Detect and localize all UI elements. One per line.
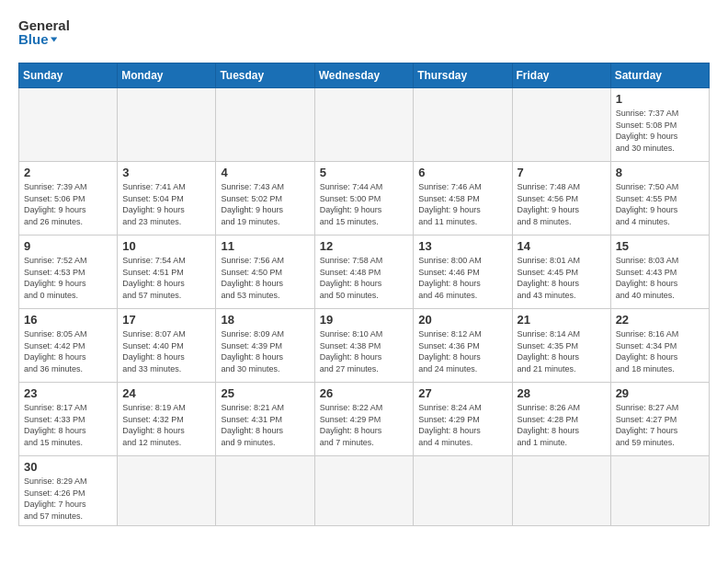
day-number: 30 <box>24 460 112 474</box>
day-info: Sunrise: 8:16 AM Sunset: 4:34 PM Dayligh… <box>616 328 704 374</box>
calendar-cell: 3Sunrise: 7:41 AM Sunset: 5:04 PM Daylig… <box>118 162 216 236</box>
calendar-cell: 23Sunrise: 8:17 AM Sunset: 4:33 PM Dayli… <box>19 383 118 456</box>
col-header-tuesday: Tuesday <box>216 63 314 88</box>
day-info: Sunrise: 8:12 AM Sunset: 4:36 PM Dayligh… <box>418 328 506 374</box>
calendar-cell: 27Sunrise: 8:24 AM Sunset: 4:29 PM Dayli… <box>414 383 512 456</box>
calendar-cell: 1Sunrise: 7:37 AM Sunset: 5:08 PM Daylig… <box>610 88 709 162</box>
col-header-sunday: Sunday <box>19 63 118 88</box>
calendar-cell <box>314 456 414 526</box>
calendar-cell: 20Sunrise: 8:12 AM Sunset: 4:36 PM Dayli… <box>414 309 512 383</box>
calendar-week-row: 9Sunrise: 7:52 AM Sunset: 4:53 PM Daylig… <box>19 236 710 309</box>
calendar-cell <box>216 88 314 162</box>
calendar-cell: 21Sunrise: 8:14 AM Sunset: 4:35 PM Dayli… <box>512 309 610 383</box>
day-number: 20 <box>418 313 506 327</box>
day-info: Sunrise: 7:56 AM Sunset: 4:50 PM Dayligh… <box>221 255 309 301</box>
calendar-week-row: 16Sunrise: 8:05 AM Sunset: 4:42 PM Dayli… <box>19 309 710 383</box>
day-number: 19 <box>320 313 409 327</box>
calendar-cell: 10Sunrise: 7:54 AM Sunset: 4:51 PM Dayli… <box>118 236 216 309</box>
calendar-week-row: 1Sunrise: 7:37 AM Sunset: 5:08 PM Daylig… <box>19 88 710 162</box>
calendar-cell <box>118 88 216 162</box>
col-header-wednesday: Wednesday <box>314 63 414 88</box>
calendar-header-row: SundayMondayTuesdayWednesdayThursdayFrid… <box>19 63 710 88</box>
day-info: Sunrise: 7:46 AM Sunset: 4:58 PM Dayligh… <box>418 181 506 227</box>
day-number: 15 <box>616 239 704 253</box>
day-info: Sunrise: 8:19 AM Sunset: 4:32 PM Dayligh… <box>122 402 210 448</box>
day-number: 10 <box>122 239 210 253</box>
calendar-cell <box>19 88 118 162</box>
day-info: Sunrise: 8:17 AM Sunset: 4:33 PM Dayligh… <box>24 402 112 448</box>
calendar-cell: 30Sunrise: 8:29 AM Sunset: 4:26 PM Dayli… <box>19 456 118 526</box>
logo: General Blue <box>18 18 57 53</box>
calendar-cell <box>512 456 610 526</box>
day-info: Sunrise: 7:43 AM Sunset: 5:02 PM Dayligh… <box>221 181 309 227</box>
day-number: 13 <box>418 239 506 253</box>
calendar-cell <box>314 88 414 162</box>
day-info: Sunrise: 7:37 AM Sunset: 5:08 PM Dayligh… <box>616 108 704 154</box>
calendar-cell: 19Sunrise: 8:10 AM Sunset: 4:38 PM Dayli… <box>314 309 414 383</box>
day-info: Sunrise: 7:50 AM Sunset: 4:55 PM Dayligh… <box>616 181 704 227</box>
day-info: Sunrise: 8:05 AM Sunset: 4:42 PM Dayligh… <box>24 328 112 374</box>
col-header-monday: Monday <box>118 63 216 88</box>
calendar-cell: 28Sunrise: 8:26 AM Sunset: 4:28 PM Dayli… <box>512 383 610 456</box>
calendar-cell: 13Sunrise: 8:00 AM Sunset: 4:46 PM Dayli… <box>414 236 512 309</box>
logo-icon-wrapper: General Blue <box>18 18 57 53</box>
calendar-cell <box>118 456 216 526</box>
calendar-cell: 22Sunrise: 8:16 AM Sunset: 4:34 PM Dayli… <box>610 309 709 383</box>
svg-marker-0 <box>51 37 57 41</box>
calendar-table: SundayMondayTuesdayWednesdayThursdayFrid… <box>18 63 710 526</box>
calendar-cell: 25Sunrise: 8:21 AM Sunset: 4:31 PM Dayli… <box>216 383 314 456</box>
day-number: 24 <box>122 386 210 400</box>
calendar-cell: 4Sunrise: 7:43 AM Sunset: 5:02 PM Daylig… <box>216 162 314 236</box>
calendar-cell: 26Sunrise: 8:22 AM Sunset: 4:29 PM Dayli… <box>314 383 414 456</box>
day-info: Sunrise: 7:54 AM Sunset: 4:51 PM Dayligh… <box>122 255 210 301</box>
day-number: 29 <box>616 386 704 400</box>
day-info: Sunrise: 8:29 AM Sunset: 4:26 PM Dayligh… <box>24 476 112 522</box>
calendar-cell: 14Sunrise: 8:01 AM Sunset: 4:45 PM Dayli… <box>512 236 610 309</box>
col-header-saturday: Saturday <box>610 63 709 88</box>
day-number: 27 <box>418 386 506 400</box>
day-number: 28 <box>518 386 606 400</box>
day-number: 12 <box>320 239 409 253</box>
day-number: 1 <box>616 92 704 106</box>
day-number: 2 <box>24 166 112 179</box>
day-info: Sunrise: 7:58 AM Sunset: 4:48 PM Dayligh… <box>320 255 409 301</box>
calendar-cell <box>610 456 709 526</box>
calendar-cell: 17Sunrise: 8:07 AM Sunset: 4:40 PM Dayli… <box>118 309 216 383</box>
day-info: Sunrise: 8:22 AM Sunset: 4:29 PM Dayligh… <box>320 402 409 448</box>
calendar-cell: 15Sunrise: 8:03 AM Sunset: 4:43 PM Dayli… <box>610 236 709 309</box>
calendar-cell <box>216 456 314 526</box>
day-number: 17 <box>122 313 210 327</box>
calendar-cell: 9Sunrise: 7:52 AM Sunset: 4:53 PM Daylig… <box>19 236 118 309</box>
calendar-cell: 16Sunrise: 8:05 AM Sunset: 4:42 PM Dayli… <box>19 309 118 383</box>
day-info: Sunrise: 8:26 AM Sunset: 4:28 PM Dayligh… <box>518 402 606 448</box>
logo-triangle-icon <box>51 33 57 46</box>
calendar-cell <box>512 88 610 162</box>
calendar-cell <box>414 456 512 526</box>
day-info: Sunrise: 7:44 AM Sunset: 5:00 PM Dayligh… <box>320 181 409 227</box>
day-number: 23 <box>24 386 112 400</box>
day-info: Sunrise: 8:21 AM Sunset: 4:31 PM Dayligh… <box>221 402 309 448</box>
calendar-cell: 29Sunrise: 8:27 AM Sunset: 4:27 PM Dayli… <box>610 383 709 456</box>
calendar-cell: 11Sunrise: 7:56 AM Sunset: 4:50 PM Dayli… <box>216 236 314 309</box>
calendar-cell: 5Sunrise: 7:44 AM Sunset: 5:00 PM Daylig… <box>314 162 414 236</box>
calendar-week-row: 30Sunrise: 8:29 AM Sunset: 4:26 PM Dayli… <box>19 456 710 526</box>
day-info: Sunrise: 8:10 AM Sunset: 4:38 PM Dayligh… <box>320 328 409 374</box>
calendar-week-row: 2Sunrise: 7:39 AM Sunset: 5:06 PM Daylig… <box>19 162 710 236</box>
day-info: Sunrise: 8:14 AM Sunset: 4:35 PM Dayligh… <box>518 328 606 374</box>
col-header-thursday: Thursday <box>414 63 512 88</box>
day-info: Sunrise: 8:27 AM Sunset: 4:27 PM Dayligh… <box>616 402 704 448</box>
page-header: General Blue <box>18 18 710 53</box>
day-number: 5 <box>320 166 409 179</box>
day-info: Sunrise: 8:09 AM Sunset: 4:39 PM Dayligh… <box>221 328 309 374</box>
calendar-cell: 7Sunrise: 7:48 AM Sunset: 4:56 PM Daylig… <box>512 162 610 236</box>
col-header-friday: Friday <box>512 63 610 88</box>
day-number: 14 <box>518 239 606 253</box>
day-number: 22 <box>616 313 704 327</box>
day-info: Sunrise: 8:03 AM Sunset: 4:43 PM Dayligh… <box>616 255 704 301</box>
day-info: Sunrise: 7:39 AM Sunset: 5:06 PM Dayligh… <box>24 181 112 227</box>
day-number: 25 <box>221 386 309 400</box>
logo-container: General Blue <box>18 18 57 53</box>
calendar-cell: 12Sunrise: 7:58 AM Sunset: 4:48 PM Dayli… <box>314 236 414 309</box>
day-info: Sunrise: 7:52 AM Sunset: 4:53 PM Dayligh… <box>24 255 112 301</box>
day-number: 18 <box>221 313 309 327</box>
